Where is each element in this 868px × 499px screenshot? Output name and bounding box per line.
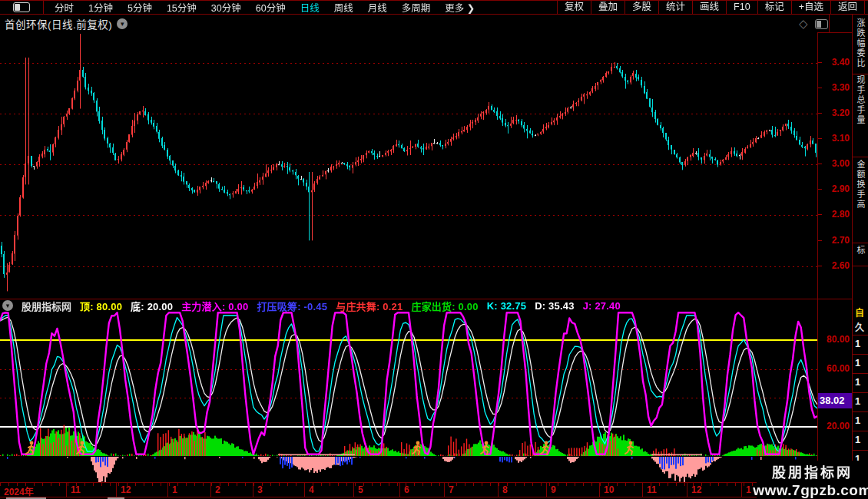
diamond-icon[interactable]: ◇ [799,17,808,31]
action-复权[interactable]: 复权 [557,1,591,14]
toolbar-actions: 复权叠加多股统计画线F10标记+自选返回 [557,1,865,14]
period-tab-周线[interactable]: 周线 [334,0,353,15]
period-tab-更多 ❯[interactable]: 更多 ❯ [445,0,475,15]
sidebar-mark: 久 [855,320,864,333]
indicator-axis-label: 20.00 [819,421,850,431]
indicator-collapse-icon[interactable]: ▾ [2,300,13,311]
time-axis-label: 8 [502,484,508,495]
period-tab-月线[interactable]: 月线 [368,0,387,15]
sidebar-separator [853,74,868,74]
frame-line [0,299,853,299]
indicator-field: 底: 20.00 [131,299,173,312]
period-tab-多周期[interactable]: 多周期 [402,0,431,15]
time-axis-label: 2024年 [4,484,34,497]
indicator-name: 股朋指标网 [22,299,71,312]
action-F10[interactable]: F10 [726,1,757,14]
period-tab-60分钟[interactable]: 60分钟 [256,0,286,15]
period-tab-日线[interactable]: 日线 [300,0,320,15]
time-axis: 2024年11121234567891011121 [0,483,853,497]
indicator-field: J: 27.40 [583,300,621,312]
price-axis-label: 2.60 [819,260,850,271]
period-tab-1分钟[interactable]: 1分钟 [88,0,113,15]
sidebar-separator [853,157,868,157]
time-axis-label: 11 [71,484,81,495]
time-axis-label: 10 [604,484,614,495]
title-dropdown-icon[interactable]: ▾ [117,18,128,29]
indicator-field: 打压吸筹: -0.45 [257,299,327,312]
action-画线[interactable]: 画线 [692,1,726,14]
action-标记[interactable]: 标记 [757,1,791,14]
period-tab-30分钟[interactable]: 30分钟 [211,0,241,15]
price-axis-label: 2.80 [819,209,850,220]
sidebar-mark: 自 [855,306,864,319]
time-axis-label: 3 [257,484,263,495]
indicator-field: 顶: 80.00 [80,299,122,312]
watermark: 股朋指标网 www.7gpzb.com [757,461,868,499]
time-axis-label: 6 [404,484,409,495]
month-separator [444,483,445,497]
main-candle-chart-canvas[interactable] [0,32,817,298]
frame-line [817,32,818,482]
month-separator [498,483,499,497]
sidebar-separator [853,266,868,266]
price-axis-label: 3.00 [819,158,850,169]
month-separator [116,483,117,497]
stock-title: 首创环保(日线.前复权) [0,16,112,31]
price-axis-label: 3.30 [819,82,850,93]
action-叠加[interactable]: 叠加 [591,1,624,14]
sidebar-clipped-text: 涨跌幅委比 [854,18,866,72]
sidebar-separator [853,392,868,393]
time-axis-label: 7 [449,484,454,495]
action-+自选[interactable]: +自选 [791,1,830,14]
sidebar-quote-digit: 1 [855,434,860,445]
period-tab-15分钟[interactable]: 15分钟 [167,0,197,15]
watermark-url: www.7gpzb.com [753,482,868,499]
sidebar-quote-digit: 1 [855,395,860,407]
indicator-axis-label: 80.00 [819,334,850,345]
period-tab-分时[interactable]: 分时 [55,0,74,15]
frame-line [817,32,853,33]
sidebar-separator [853,450,868,451]
action-返回[interactable]: 返回 [830,1,865,14]
right-sidebar-strip[interactable]: 涨跌幅委比现手总手量金额换手高指标自久1111111 [853,15,868,499]
frame-line [0,482,853,483]
indicator-axis-label: 60.00 [819,363,850,374]
panel-toggle-button[interactable] [0,1,44,14]
period-tab-5分钟[interactable]: 5分钟 [128,0,152,15]
month-separator [210,483,211,497]
sidebar-separator [853,243,868,243]
watermark-title: 股朋指标网 [772,461,853,481]
month-separator [353,483,354,497]
sidebar-clipped-text: 现手总手量 [854,75,866,155]
sidebar-quote-digit: 1 [855,415,860,426]
month-separator [546,483,547,497]
indicator-field: 庄家出货: 0.00 [411,299,478,312]
indicator-header: ▾ 股朋指标网 顶: 80.00底: 20.00主力潜入: 0.00打压吸筹: … [0,299,820,312]
panel-view-icon[interactable] [815,19,828,29]
action-统计[interactable]: 统计 [658,1,692,14]
frame-line [0,497,853,497]
time-axis-label: 12 [691,484,701,495]
month-separator [253,483,253,497]
sidebar-separator [853,411,868,412]
sidebar-separator [853,335,868,335]
sidebar-clipped-text: 指标 [854,246,868,264]
indicator-field: K: 32.75 [487,300,526,312]
action-多股[interactable]: 多股 [624,1,658,14]
indicator-chart-canvas[interactable] [0,311,817,482]
month-separator [642,483,643,497]
sidebar-quote-digit: 1 [855,357,860,368]
frame-line [829,14,830,32]
month-separator [167,483,168,497]
month-separator [399,483,400,497]
sidebar-separator [853,373,868,374]
time-axis-label: 12 [121,484,131,495]
time-axis-label: 9 [551,484,556,495]
time-axis-label: 1 [746,484,751,495]
sidebar-clipped-text: 金额换手高 [854,160,866,241]
month-separator [304,483,305,497]
month-separator [687,483,687,497]
price-axis-label: 3.40 [819,57,850,68]
title-bar: 首创环保(日线.前复权) ▾ ◇ [0,15,853,32]
sidebar-separator [853,431,868,431]
